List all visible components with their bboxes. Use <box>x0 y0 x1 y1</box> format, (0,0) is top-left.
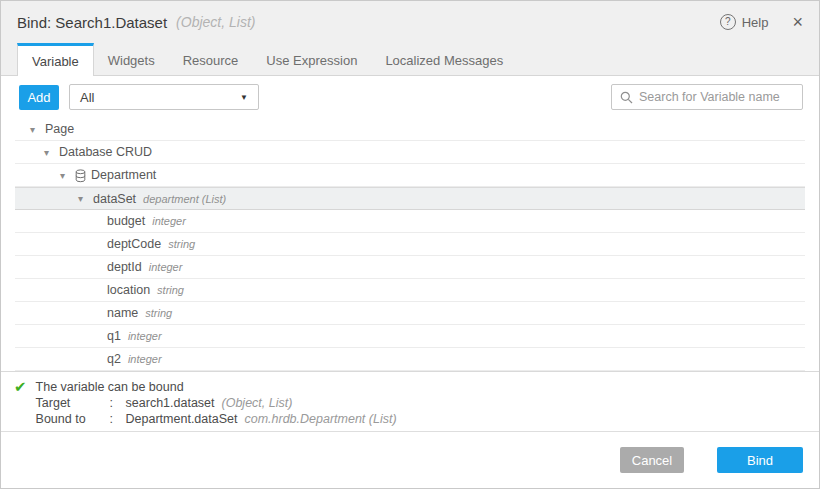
database-icon <box>75 169 86 183</box>
bind-variable-dialog: Bind: Search1.Dataset (Object, List) ? H… <box>0 0 820 489</box>
status-boundto-row: Bound to : Department.dataSet com.hrdb.D… <box>36 411 397 427</box>
tree-row-q1[interactable]: q1 integer <box>15 325 805 348</box>
status-panel: ✔ The variable can be bound Target : sea… <box>1 371 819 431</box>
caret-down-icon[interactable]: ▾ <box>78 193 88 204</box>
tree-row-type: string <box>168 238 195 250</box>
tree-row-label: location <box>107 283 150 297</box>
tree-row-database-crud[interactable]: ▾ Database CRUD <box>15 141 805 164</box>
check-icon: ✔ <box>14 379 27 431</box>
tree-row-type: integer <box>149 261 183 273</box>
dialog-title: Bind: Search1.Dataset <box>17 14 167 31</box>
status-boundto-value: Department.dataSet <box>126 411 238 427</box>
tree-row-type: integer <box>152 215 186 227</box>
bind-button[interactable]: Bind <box>717 447 803 473</box>
search-box <box>611 84 803 110</box>
status-target-value: search1.dataset <box>126 395 215 411</box>
tree-row-label: Database CRUD <box>59 145 152 159</box>
status-lines: The variable can be bound Target : searc… <box>36 379 397 431</box>
search-icon <box>620 91 633 104</box>
status-target-label: Target <box>36 395 110 411</box>
tree-row-dataset[interactable]: ▾ dataSet department (List) <box>15 187 805 210</box>
tree-row-label: name <box>107 306 138 320</box>
tree-row-label: deptCode <box>107 237 161 251</box>
add-button[interactable]: Add <box>19 85 59 110</box>
tree-row-type: string <box>145 307 172 319</box>
footer-bar: Cancel Bind <box>1 431 819 488</box>
tree-row-location[interactable]: location string <box>15 279 805 302</box>
caret-down-icon[interactable]: ▾ <box>60 170 70 181</box>
tree-row-type: department (List) <box>143 193 226 205</box>
tree-row-deptcode[interactable]: deptCode string <box>15 233 805 256</box>
caret-down-icon[interactable]: ▾ <box>30 124 40 135</box>
status-boundto-label: Bound to <box>36 411 110 427</box>
tree-row-department[interactable]: ▾ Department <box>15 164 805 187</box>
tab-use-expression[interactable]: Use Expression <box>252 43 371 75</box>
caret-down-icon[interactable]: ▾ <box>44 147 54 158</box>
search-input[interactable] <box>639 90 794 104</box>
tree-row-label: Page <box>45 122 74 136</box>
tree-row-type: integer <box>128 330 162 342</box>
tab-localized-messages[interactable]: Localized Messages <box>371 43 517 75</box>
status-boundto-meta: com.hrdb.Department (List) <box>244 411 396 427</box>
status-target-meta: (Object, List) <box>222 395 293 411</box>
variable-tree: ▾ Page ▾ Database CRUD ▾ Department ▾ da… <box>15 118 805 371</box>
cancel-button[interactable]: Cancel <box>620 447 684 473</box>
tree-row-label: budget <box>107 214 145 228</box>
tab-variable[interactable]: Variable <box>17 43 94 76</box>
tree-row-label: Department <box>91 168 156 182</box>
dialog-header: Bind: Search1.Dataset (Object, List) ? H… <box>1 1 819 43</box>
select-caret-icon: ▼ <box>240 93 248 102</box>
status-target-separator: : <box>110 395 126 411</box>
help-label: Help <box>742 15 769 30</box>
tab-resource[interactable]: Resource <box>169 43 253 75</box>
help-button[interactable]: ? Help <box>720 14 769 30</box>
tree-row-label: deptId <box>107 260 142 274</box>
filter-selected-value: All <box>80 90 94 105</box>
status-message: The variable can be bound <box>36 379 397 395</box>
status-boundto-separator: : <box>110 411 126 427</box>
variable-filter-select[interactable]: All ▼ <box>69 84 259 110</box>
tree-row-label: q2 <box>107 352 121 366</box>
toolbar: Add All ▼ <box>1 76 819 118</box>
tree-row-deptid[interactable]: deptId integer <box>15 256 805 279</box>
tree-row-type: string <box>157 284 184 296</box>
help-icon: ? <box>720 14 736 30</box>
dialog-subtitle: (Object, List) <box>176 14 255 30</box>
close-icon[interactable]: × <box>792 13 803 31</box>
tree-row-type: integer <box>128 353 162 365</box>
tree-row-name[interactable]: name string <box>15 302 805 325</box>
header-actions: ? Help × <box>720 13 803 31</box>
tree-row-page[interactable]: ▾ Page <box>15 118 805 141</box>
tree-row-label: dataSet <box>93 192 136 206</box>
tree-row-q2[interactable]: q2 integer <box>15 348 805 371</box>
tree-row-budget[interactable]: budget integer <box>15 210 805 233</box>
tree-row-label: q1 <box>107 329 121 343</box>
status-target-row: Target : search1.dataset (Object, List) <box>36 395 397 411</box>
tab-bar: Variable Widgets Resource Use Expression… <box>1 43 819 76</box>
tab-widgets[interactable]: Widgets <box>94 43 169 75</box>
